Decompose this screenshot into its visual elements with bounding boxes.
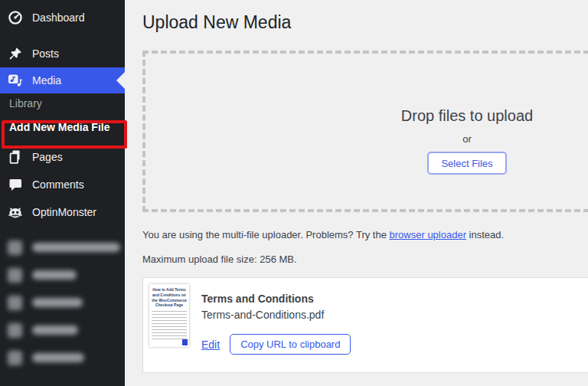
uploader-note-text-after: instead.: [466, 229, 504, 240]
sidebar-item-library[interactable]: Library: [0, 93, 125, 113]
blurred-icon: [8, 351, 22, 365]
blurred-icon: [8, 323, 22, 338]
pdf-thumbnail-title: How to Add Terms and Conditions on the W…: [152, 287, 187, 308]
file-actions: Edit Copy URL to clipboard: [201, 334, 351, 355]
blurred-label: [32, 243, 120, 252]
sidebar-item-blurred-5[interactable]: [0, 344, 125, 371]
sidebar-item-blurred-3[interactable]: [0, 289, 125, 316]
sidebar-item-posts[interactable]: Posts: [0, 40, 125, 67]
sidebar-item-label: Posts: [32, 47, 59, 60]
file-info: Terms and Conditions Terms-and-Condition…: [201, 284, 351, 366]
sidebar-item-media[interactable]: Media: [0, 67, 125, 93]
sidebar-item-label: Pages: [32, 151, 63, 163]
sidebar-item-label: OptinMonster: [32, 206, 96, 218]
sidebar-item-label: Comments: [32, 178, 84, 191]
media-icon: [8, 73, 23, 88]
uploader-note-text: You are using the multi-file uploader. P…: [142, 229, 390, 240]
sidebar-item-blurred-1[interactable]: [0, 234, 125, 261]
uploader-note: You are using the multi-file uploader. P…: [142, 229, 504, 240]
blurred-label: [32, 298, 83, 307]
menu-separator: [0, 31, 125, 40]
pdf-thumbnail-body-lines: [152, 311, 187, 340]
sidebar-item-add-new-media-file[interactable]: Add New Media File: [0, 116, 125, 139]
blurred-label: [32, 270, 77, 280]
uploaded-file-row: How to Add Terms and Conditions on the W…: [142, 277, 588, 373]
blurred-icon: [8, 240, 22, 255]
pdf-thumbnail: How to Add Terms and Conditions on the W…: [149, 284, 189, 347]
sidebar-item-comments[interactable]: Comments: [0, 171, 125, 198]
admin-sidebar: Dashboard Posts: [0, 0, 125, 386]
dashboard-icon: [8, 10, 23, 25]
max-upload-size-text: Maximum upload file size: 256 MB.: [142, 254, 297, 265]
file-name: Terms-and-Conditions.pdf: [201, 308, 351, 322]
page-title: Upload New Media: [142, 12, 291, 33]
menu-separator: [0, 226, 125, 234]
pdf-thumbnail-badge: [182, 339, 188, 345]
copy-url-button[interactable]: Copy URL to clipboard: [230, 334, 351, 355]
sidebar-item-optinmonster[interactable]: OptinMonster: [0, 198, 125, 226]
edit-link[interactable]: Edit: [201, 339, 220, 351]
file-drop-zone[interactable]: Drop files to upload or Select Files: [142, 51, 588, 212]
blurred-label: [32, 353, 84, 362]
pushpin-icon: [8, 46, 23, 61]
file-title: Terms and Conditions: [201, 292, 351, 306]
sidebar-item-blurred-4[interactable]: [0, 316, 125, 344]
sidebar-item-label: Add New Media File: [9, 121, 109, 133]
sidebar-item-label: Media: [32, 74, 61, 87]
sidebar-item-label: Dashboard: [32, 11, 85, 24]
comments-icon: [8, 177, 23, 192]
sidebar-item-blurred-2[interactable]: [0, 261, 125, 289]
pages-icon: [8, 149, 23, 165]
blurred-icon: [8, 268, 22, 283]
dropzone-or-text: or: [145, 133, 588, 145]
main-content: Upload New Media Drop files to upload or…: [125, 0, 588, 386]
blurred-label: [32, 325, 78, 335]
sidebar-item-label: Library: [9, 97, 42, 110]
active-menu-notch: [116, 72, 125, 89]
sidebar-item-pages[interactable]: Pages: [0, 143, 125, 171]
blurred-icon: [8, 296, 22, 310]
select-files-button[interactable]: Select Files: [427, 152, 506, 175]
sidebar-item-dashboard[interactable]: Dashboard: [0, 4, 125, 31]
optinmonster-icon: [8, 204, 23, 220]
dropzone-heading: Drop files to upload: [145, 107, 588, 125]
browser-uploader-link[interactable]: browser uploader: [390, 229, 466, 240]
